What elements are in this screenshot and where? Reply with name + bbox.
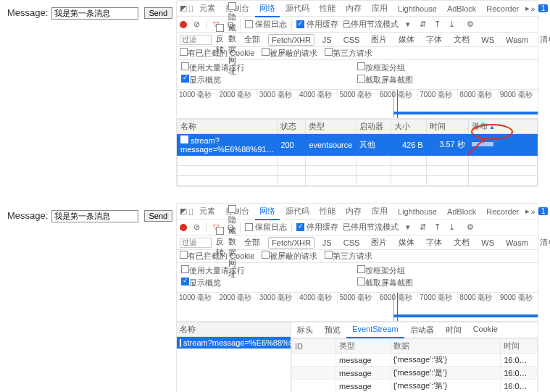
tab-application[interactable]: 应用 xyxy=(367,204,392,219)
request-row[interactable]: stream?message=%E6%88%91… 200 eventsourc… xyxy=(178,134,538,156)
gear-icon[interactable]: ⚙ xyxy=(465,222,475,232)
tab-network[interactable]: 网络 xyxy=(255,204,280,220)
tab-performance[interactable]: 性能 xyxy=(315,204,340,219)
chevron-down-icon[interactable]: ▾ xyxy=(403,222,413,232)
filter-css[interactable]: CSS xyxy=(340,34,364,46)
detail-tab-preview[interactable]: 预览 xyxy=(319,322,346,338)
record-icon[interactable] xyxy=(180,224,187,231)
download-icon[interactable]: ⤓ xyxy=(446,20,457,29)
tab-console[interactable]: 控制台 xyxy=(221,204,254,219)
filter-fetch-xhr[interactable]: Fetch/XHR xyxy=(268,237,314,249)
eventstream-row[interactable]: message{'message':'是'}16:0… xyxy=(292,367,538,380)
tab-memory[interactable]: 内存 xyxy=(341,204,366,219)
inspect-icon[interactable]: ◩ xyxy=(180,4,187,13)
filter-input[interactable] xyxy=(180,238,212,248)
show-overview-checkbox[interactable]: 显示概览 xyxy=(181,75,221,86)
detail-tab-cookie[interactable]: Cookie xyxy=(467,322,504,338)
filter-font[interactable]: 字体 xyxy=(422,235,446,249)
tab-sources[interactable]: 源代码 xyxy=(281,1,314,16)
throttle-dropdown[interactable]: 已停用节流模式 xyxy=(343,19,399,30)
overflow-icon[interactable]: » xyxy=(531,207,536,216)
tab-lighthouse[interactable]: Lighthouse xyxy=(393,2,441,15)
disable-cache-checkbox[interactable]: 停用缓存 xyxy=(296,19,338,30)
tab-recorder[interactable]: Recorder xyxy=(482,205,523,218)
network-timeline[interactable]: 1000 毫秒 2000 毫秒 3000 毫秒 4000 毫秒 5000 毫秒 … xyxy=(177,90,538,119)
message-input[interactable] xyxy=(51,7,138,20)
tab-sources[interactable]: 源代码 xyxy=(281,204,314,219)
filter-img[interactable]: 图片 xyxy=(367,33,391,46)
preserve-log-checkbox[interactable]: 保留日志 xyxy=(245,19,287,30)
group-by-frame-checkbox[interactable]: 按框架分组 xyxy=(357,265,405,276)
filter-all[interactable]: 全部 xyxy=(241,235,264,249)
request-row[interactable]: stream?message=%E6%88%91… xyxy=(177,337,291,349)
es-col-id[interactable]: ID xyxy=(292,339,336,354)
tab-elements[interactable]: 元素 xyxy=(195,204,220,219)
filter-ws[interactable]: WS xyxy=(478,34,498,46)
filter-js[interactable]: JS xyxy=(319,34,336,46)
es-col-data[interactable]: 数据 xyxy=(390,339,501,354)
filter-media[interactable]: 媒体 xyxy=(395,33,418,46)
col-waterfall[interactable]: 瀑布 xyxy=(468,120,537,134)
blocked-requests-checkbox[interactable]: 被屏蔽的请求 xyxy=(262,251,317,262)
record-icon[interactable] xyxy=(180,21,187,28)
more-tabs-icon[interactable]: ▸ xyxy=(525,4,530,13)
col-initiator[interactable]: 启动器 xyxy=(357,120,391,134)
blocked-requests-checkbox[interactable]: 被屏蔽的请求 xyxy=(262,48,317,59)
filter-css[interactable]: CSS xyxy=(340,237,364,249)
upload-icon[interactable]: ⤒ xyxy=(432,20,442,29)
eventstream-row[interactable]: message{'message':'我'}16:0… xyxy=(292,354,538,367)
eventstream-row[interactable]: message{'message':'第'}16:0… xyxy=(292,380,538,393)
issues-badge[interactable]: 1 xyxy=(538,4,549,12)
detail-tab-timing[interactable]: 时间 xyxy=(440,322,467,338)
detail-tab-eventstream[interactable]: EventStream xyxy=(346,322,404,338)
tab-application[interactable]: 应用 xyxy=(367,1,392,16)
network-timeline[interactable]: 1000 毫秒 2000 毫秒 3000 毫秒 4000 毫秒 5000 毫秒 … xyxy=(177,293,538,322)
wifi-icon[interactable]: ⇵ xyxy=(417,20,428,29)
col-name[interactable]: 名称 xyxy=(177,322,291,337)
detail-tab-headers[interactable]: 标头 xyxy=(291,322,319,338)
large-rows-checkbox[interactable]: 使用大量请求行 xyxy=(181,62,245,73)
chevron-down-icon[interactable]: ▾ xyxy=(403,20,413,29)
tab-network[interactable]: 网络 xyxy=(255,1,280,17)
col-time[interactable]: 时间 xyxy=(426,120,468,134)
inspect-icon[interactable]: ◩ xyxy=(180,207,187,216)
filter-manifest[interactable]: 清单 xyxy=(536,33,550,46)
filter-input[interactable] xyxy=(180,35,212,45)
tab-adblock[interactable]: AdBlock xyxy=(443,2,480,15)
filter-wasm[interactable]: Wasm xyxy=(502,34,532,46)
detail-tab-initiator[interactable]: 启动器 xyxy=(404,322,440,338)
col-type[interactable]: 类型 xyxy=(306,120,357,134)
gear-icon[interactable]: ⚙ xyxy=(465,20,475,29)
screenshots-checkbox[interactable]: 截取屏幕截图 xyxy=(357,75,413,86)
send-button[interactable]: Send xyxy=(144,210,173,222)
col-status[interactable]: 状态 xyxy=(278,120,306,134)
filter-fetch-xhr[interactable]: Fetch/XHR xyxy=(268,34,314,46)
clear-icon[interactable]: ⊘ xyxy=(191,20,201,29)
upload-icon[interactable]: ⤒ xyxy=(432,222,442,232)
send-button[interactable]: Send xyxy=(144,7,173,19)
third-party-checkbox[interactable]: 第三方请求 xyxy=(325,48,372,59)
tab-console[interactable]: 控制台 xyxy=(221,1,254,16)
device-icon[interactable]: ⌷ xyxy=(188,4,193,13)
preserve-log-checkbox[interactable]: 保留日志 xyxy=(245,222,287,233)
filter-doc[interactable]: 文档 xyxy=(450,33,473,46)
tab-lighthouse[interactable]: Lighthouse xyxy=(393,205,441,218)
overflow-icon[interactable]: » xyxy=(531,4,536,13)
filter-wasm[interactable]: Wasm xyxy=(502,237,532,249)
show-overview-checkbox[interactable]: 显示概览 xyxy=(181,278,221,288)
es-col-type[interactable]: 类型 xyxy=(336,339,391,354)
filter-doc[interactable]: 文档 xyxy=(450,235,473,249)
filter-js[interactable]: JS xyxy=(319,237,336,249)
throttle-dropdown[interactable]: 已停用节流模式 xyxy=(343,222,399,233)
large-rows-checkbox[interactable]: 使用大量请求行 xyxy=(181,265,245,276)
blocked-cookies-checkbox[interactable]: 有已拦截的 Cookie xyxy=(180,251,254,262)
blocked-cookies-checkbox[interactable]: 有已拦截的 Cookie xyxy=(180,48,254,59)
filter-img[interactable]: 图片 xyxy=(367,235,391,249)
filter-manifest[interactable]: 清单 xyxy=(536,235,550,249)
group-by-frame-checkbox[interactable]: 按框架分组 xyxy=(357,62,405,73)
tab-elements[interactable]: 元素 xyxy=(195,1,220,16)
download-icon[interactable]: ⤓ xyxy=(446,222,457,232)
more-tabs-icon[interactable]: ▸ xyxy=(525,207,530,216)
es-col-time[interactable]: 时间 xyxy=(501,339,538,354)
tab-recorder[interactable]: Recorder xyxy=(482,2,523,15)
